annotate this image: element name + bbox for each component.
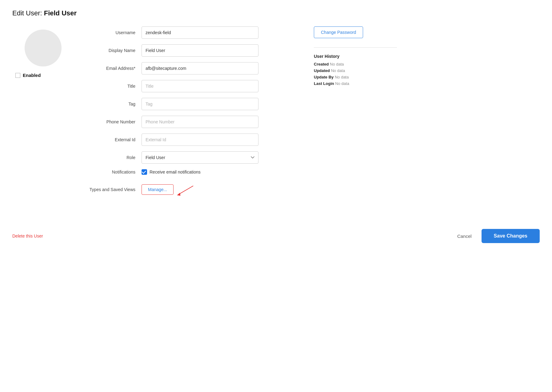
svg-line-0: [178, 186, 193, 194]
last-login-history-item: Last Login No data: [314, 81, 397, 86]
external-id-input[interactable]: [142, 134, 258, 146]
change-password-button[interactable]: Change Password: [314, 26, 363, 38]
phone-input[interactable]: [142, 116, 258, 128]
last-login-label: Last Login: [314, 81, 334, 86]
left-panel: Enabled: [12, 26, 74, 204]
update-by-value: No data: [335, 75, 349, 79]
right-panel: Change Password User History Created No …: [305, 26, 397, 204]
cancel-button[interactable]: Cancel: [452, 230, 477, 242]
types-saved-row: Types and Saved Views Manage...: [86, 180, 292, 199]
updated-label: Updated: [314, 68, 330, 73]
created-label: Created: [314, 62, 329, 66]
notifications-checkbox-label: Receive email notifications: [150, 170, 201, 174]
created-history-item: Created No data: [314, 62, 397, 66]
phone-label: Phone Number: [86, 119, 142, 124]
bottom-bar: Delete this User Cancel Save Changes: [12, 223, 540, 243]
divider: [314, 47, 397, 48]
email-row: Email Address*: [86, 62, 292, 74]
last-login-value: No data: [335, 81, 349, 86]
title-input[interactable]: [142, 80, 258, 92]
username-label: Username: [86, 30, 142, 35]
created-value: No data: [330, 62, 344, 66]
center-panel: Username Display Name Email Address* Tit…: [74, 26, 305, 204]
display-name-label: Display Name: [86, 48, 142, 53]
role-row: Role Field User Admin Manager: [86, 151, 292, 164]
update-by-label: Update By: [314, 75, 334, 79]
title-row: Title: [86, 80, 292, 92]
update-by-history-item: Update By No data: [314, 75, 397, 79]
manage-button[interactable]: Manage...: [142, 184, 174, 195]
notifications-checkbox[interactable]: [142, 169, 147, 175]
role-label: Role: [86, 155, 142, 160]
email-input[interactable]: [142, 62, 258, 74]
notifications-row: Notifications Receive email notification…: [86, 169, 292, 175]
tag-row: Tag: [86, 98, 292, 110]
page-title: Edit User: Field User: [12, 9, 540, 17]
username-row: Username: [86, 26, 292, 39]
username-input[interactable]: [142, 26, 258, 39]
avatar: [25, 30, 62, 66]
role-select[interactable]: Field User Admin Manager: [142, 151, 258, 164]
notifications-label: Notifications: [86, 170, 142, 174]
page-title-prefix: Edit User:: [12, 9, 44, 17]
display-name-row: Display Name: [86, 44, 292, 57]
types-saved-label: Types and Saved Views: [86, 187, 142, 192]
title-label: Title: [86, 84, 142, 89]
tag-input[interactable]: [142, 98, 258, 110]
delete-user-button[interactable]: Delete this User: [12, 234, 43, 238]
enabled-label: Enabled: [23, 73, 41, 78]
svg-marker-1: [177, 193, 180, 196]
save-changes-button[interactable]: Save Changes: [482, 229, 540, 243]
phone-row: Phone Number: [86, 116, 292, 128]
tag-label: Tag: [86, 102, 142, 106]
user-history-title: User History: [314, 54, 397, 59]
email-label: Email Address*: [86, 66, 142, 71]
enabled-row: Enabled: [15, 73, 41, 78]
bottom-right: Cancel Save Changes: [452, 229, 540, 243]
page-title-name: Field User: [44, 9, 77, 17]
external-id-label: External Id: [86, 137, 142, 142]
arrow-annotation: [174, 180, 198, 199]
display-name-input[interactable]: [142, 44, 258, 57]
enabled-checkbox[interactable]: [15, 73, 20, 78]
notifications-content: Receive email notifications: [142, 169, 201, 175]
updated-history-item: Updated No data: [314, 68, 397, 73]
types-manage-wrapper: Manage...: [142, 180, 198, 199]
updated-value: No data: [331, 68, 345, 73]
external-id-row: External Id: [86, 134, 292, 146]
